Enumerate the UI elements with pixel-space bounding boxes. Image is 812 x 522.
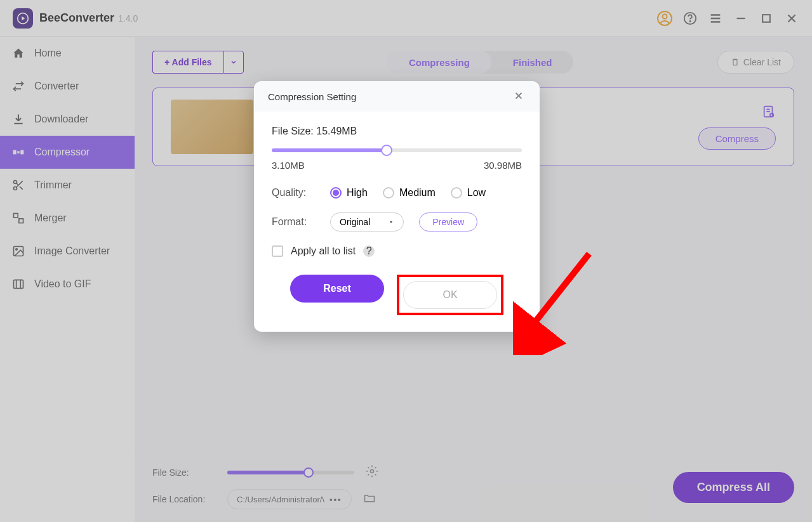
format-label: Format: — [272, 216, 315, 228]
ok-highlight-annotation: OK — [397, 275, 503, 315]
format-dropdown[interactable]: Original — [330, 212, 404, 232]
apply-all-label: Apply all to list — [291, 245, 356, 257]
file-size-display: File Size: 15.49MB — [272, 126, 522, 137]
quality-medium-radio[interactable]: Medium — [383, 187, 436, 199]
compression-setting-modal: Compression Setting File Size: 15.49MB 3… — [254, 81, 540, 332]
ok-button[interactable]: OK — [403, 281, 497, 309]
apply-all-help-icon[interactable]: ? — [363, 245, 375, 257]
quality-label: Quality: — [272, 187, 315, 199]
modal-close-icon[interactable] — [513, 90, 526, 103]
apply-all-checkbox[interactable] — [272, 245, 283, 257]
chevron-down-icon — [388, 219, 394, 225]
quality-high-radio[interactable]: High — [330, 187, 368, 199]
compression-slider[interactable] — [272, 148, 522, 152]
quality-low-radio[interactable]: Low — [451, 187, 486, 199]
preview-button[interactable]: Preview — [419, 212, 477, 232]
format-value: Original — [340, 217, 370, 227]
max-size-label: 30.98MB — [484, 160, 522, 171]
reset-button[interactable]: Reset — [290, 275, 384, 303]
min-size-label: 3.10MB — [272, 160, 305, 171]
modal-title: Compression Setting — [268, 91, 356, 102]
